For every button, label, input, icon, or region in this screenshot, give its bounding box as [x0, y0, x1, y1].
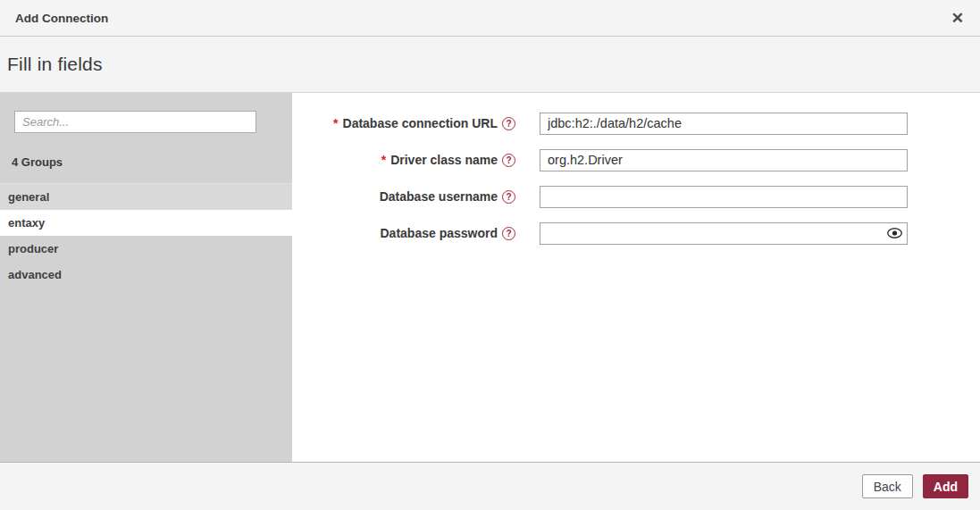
field-label-area: * Driver class name ?	[292, 153, 515, 167]
input-wrap	[540, 222, 908, 245]
back-button[interactable]: Back	[862, 474, 913, 498]
password-input[interactable]	[540, 222, 908, 245]
groups-sidebar: 4 Groups general entaxy producer advance…	[0, 93, 292, 462]
group-label: producer	[8, 242, 58, 255]
dialog-titlebar: Add Connection ✕	[0, 0, 980, 37]
field-label: Driver class name	[390, 153, 498, 167]
step-title: Fill in fields	[7, 54, 103, 75]
username-input[interactable]	[540, 186, 908, 208]
input-wrap	[540, 149, 908, 171]
field-label-area: Database password ?	[292, 226, 515, 240]
field-label-area: Database username ?	[292, 189, 515, 204]
group-list: general entaxy producer advanced	[0, 183, 292, 288]
form-row-username: Database username ?	[292, 185, 980, 208]
sidebar-item-producer[interactable]: producer	[0, 236, 292, 262]
form-row-connection-url: * Database connection URL ?	[292, 112, 980, 135]
form-row-driver-class: * Driver class name ?	[292, 148, 980, 171]
help-icon[interactable]: ?	[502, 117, 515, 130]
required-marker: *	[333, 116, 338, 130]
add-button[interactable]: Add	[923, 474, 968, 498]
field-label: Database username	[380, 189, 498, 204]
group-label: general	[8, 190, 49, 204]
driver-class-input[interactable]	[540, 149, 908, 171]
close-icon[interactable]: ✕	[948, 9, 967, 28]
dialog-title: Add Connection	[15, 12, 108, 25]
field-label: Database connection URL	[343, 116, 498, 130]
field-label: Database password	[381, 226, 498, 240]
add-connection-dialog: Add Connection ✕ Fill in fields 4 Groups…	[0, 0, 980, 510]
search-input[interactable]	[14, 111, 256, 133]
input-wrap	[540, 113, 908, 135]
help-icon[interactable]: ?	[502, 154, 515, 167]
sidebar-item-advanced[interactable]: advanced	[0, 262, 292, 288]
sidebar-item-general[interactable]: general	[0, 184, 292, 210]
dialog-footer: Back Add	[0, 462, 980, 510]
help-icon[interactable]: ?	[502, 227, 515, 240]
form-panel: * Database connection URL ? * Driver cla…	[292, 93, 980, 462]
group-label: advanced	[8, 268, 62, 281]
required-marker: *	[381, 153, 386, 167]
field-label-area: * Database connection URL ?	[292, 116, 515, 130]
group-label: entaxy	[8, 216, 45, 230]
help-icon[interactable]: ?	[502, 190, 515, 204]
form-row-password: Database password ?	[292, 222, 980, 245]
groups-count-label: 4 Groups	[12, 155, 292, 169]
eye-icon[interactable]	[887, 228, 902, 238]
input-wrap	[540, 186, 908, 208]
sidebar-item-entaxy[interactable]: entaxy	[0, 210, 292, 236]
step-header: Fill in fields	[0, 37, 980, 93]
dialog-body: 4 Groups general entaxy producer advance…	[0, 93, 980, 462]
connection-url-input[interactable]	[540, 113, 908, 135]
